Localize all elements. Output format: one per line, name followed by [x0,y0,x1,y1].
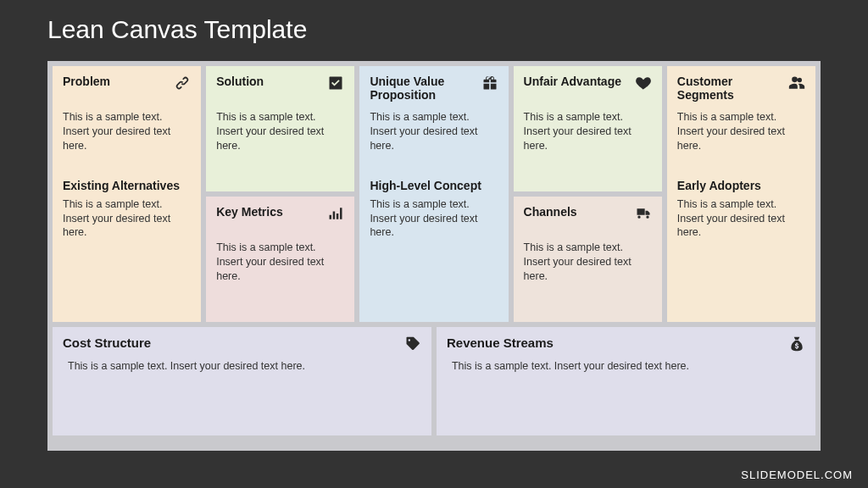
cost-body: This is a sample text. Insert your desir… [63,359,421,374]
channels-body: This is a sample text. Insert your desir… [524,241,652,284]
solution-title: Solution [216,75,267,88]
existing-alternatives-title: Existing Alternatives [63,179,191,192]
users-icon [788,75,805,92]
early-adopters-title: Early Adopters [677,179,805,192]
existing-alternatives-body: This is a sample text. Insert your desir… [63,197,191,241]
high-level-concept-title: High-Level Concept [370,179,498,192]
advantage-body: This is a sample text. Insert your desir… [524,110,652,153]
segments-title: Customer Segments [677,75,788,102]
cell-channels: Channels This is a sample text. Insert y… [514,197,662,322]
truck-icon [635,205,652,222]
segments-body: This is a sample text. Insert your desir… [677,110,805,153]
cost-title: Cost Structure [63,336,154,350]
cell-solution: Solution This is a sample text. Insert y… [206,66,354,191]
cell-problem: Problem This is a sample text. Insert yo… [53,66,201,322]
metrics-body: This is a sample text. Insert your desir… [216,241,344,284]
revenue-title: Revenue Streams [447,336,557,350]
heart-icon [635,75,652,92]
channels-title: Channels [524,205,581,219]
canvas-container: Problem This is a sample text. Insert yo… [47,61,821,451]
metrics-title: Key Metrics [216,205,287,219]
bar-chart-icon [327,205,344,222]
problem-title: Problem [63,75,114,88]
uvp-title: Unique Value Proposition [370,75,481,102]
cell-segments: Customer Segments This is a sample text.… [667,66,815,322]
cell-revenue: Revenue Streams This is a sample text. I… [437,327,815,435]
money-bag-icon [788,336,805,352]
cell-uvp: Unique Value Proposition This is a sampl… [359,66,508,322]
tag-icon [404,336,421,352]
slide-title: Lean Canvas Template [0,0,868,44]
gift-icon [481,75,498,92]
advantage-title: Unfair Advantage [524,75,625,88]
early-adopters-body: This is a sample text. Insert your desir… [677,197,805,241]
cell-metrics: Key Metrics This is a sample text. Inser… [206,197,354,322]
cell-cost: Cost Structure This is a sample text. In… [53,327,431,435]
uvp-body: This is a sample text. Insert your desir… [370,110,498,153]
revenue-body: This is a sample text. Insert your desir… [447,359,805,374]
link-icon [174,75,191,92]
cell-advantage: Unfair Advantage This is a sample text. … [514,66,662,191]
lean-canvas-grid: Problem This is a sample text. Insert yo… [53,66,815,446]
high-level-concept-body: This is a sample text. Insert your desir… [370,197,498,241]
solution-body: This is a sample text. Insert your desir… [216,110,344,153]
problem-body: This is a sample text. Insert your desir… [63,110,191,153]
watermark: SLIDEMODEL.COM [741,469,853,481]
check-icon [327,75,344,92]
